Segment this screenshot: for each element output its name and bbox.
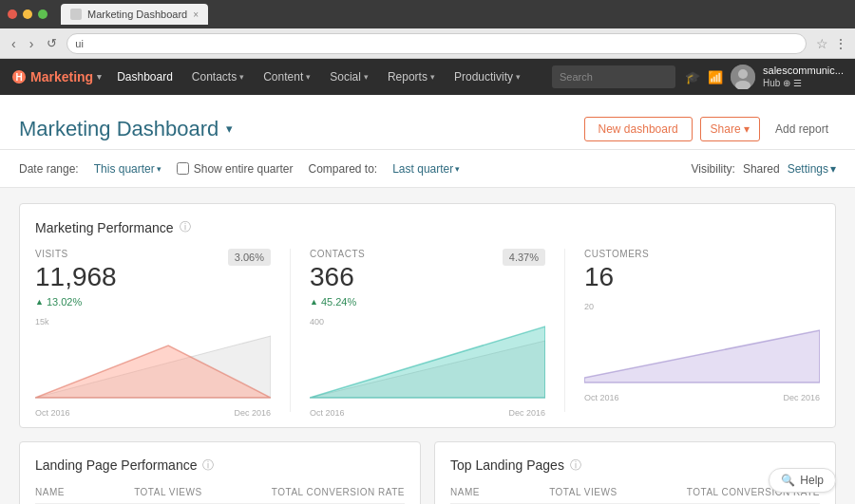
show-entire-checkbox-input[interactable] — [177, 162, 189, 175]
browser-dot-green[interactable] — [38, 9, 48, 19]
nav-item-contacts[interactable]: Contacts ▾ — [182, 59, 254, 95]
nav-content-arrow: ▾ — [306, 72, 311, 82]
nav-search-input[interactable] — [552, 65, 675, 88]
card-title: Marketing Performance — [35, 220, 174, 235]
page-title-dropdown-icon[interactable]: ▾ — [226, 121, 233, 136]
share-button[interactable]: Share ▾ — [700, 117, 760, 141]
compared-value: Last quarter — [392, 162, 453, 176]
contacts-x-end: Dec 2016 — [508, 408, 545, 418]
metrics-row: VISITS 11,968 13.02% 3.06% 15k Oct 2016 … — [35, 249, 820, 412]
main-content: Marketing Performance ⓘ VISITS 11,968 13… — [0, 188, 855, 504]
landing-page-title-row: Landing Page Performance ⓘ — [35, 457, 405, 474]
nav-item-reports[interactable]: Reports ▾ — [378, 59, 445, 95]
compared-label: Compared to: — [308, 162, 377, 176]
visits-y-label: 15k — [35, 317, 49, 327]
address-bar[interactable]: ui — [66, 33, 807, 54]
contacts-x-labels: Oct 2016 Dec 2016 — [310, 408, 545, 418]
browser-menu-icon[interactable]: ⋮ — [834, 36, 847, 51]
customers-chart-svg — [584, 302, 820, 387]
back-button[interactable]: ‹ — [8, 34, 20, 53]
nav-contacts-arrow: ▾ — [239, 72, 244, 82]
help-label: Help — [800, 474, 824, 487]
customers-x-labels: Oct 2016 Dec 2016 — [584, 393, 820, 402]
page-title-row: Marketing Dashboard ▾ — [19, 117, 233, 141]
compared-to-select[interactable]: Last quarter ▾ — [392, 162, 460, 176]
browser-dot-red[interactable] — [8, 9, 17, 19]
hubspot-logo[interactable]: H Marketing ▾ — [11, 69, 102, 84]
visits-x-start: Oct 2016 — [35, 408, 70, 418]
settings-label: Settings — [788, 162, 828, 176]
contacts-y-label: 400 — [310, 317, 324, 327]
landing-page-info-icon[interactable]: ⓘ — [202, 457, 214, 474]
contacts-chart: 400 Oct 2016 Dec 2016 — [310, 317, 545, 412]
nav-reports-arrow: ▾ — [430, 72, 435, 82]
nav-productivity-arrow: ▾ — [516, 72, 521, 82]
add-report-link[interactable]: Add report — [768, 118, 836, 140]
visits-x-labels: Oct 2016 Dec 2016 — [35, 408, 271, 418]
page-title: Marketing Dashboard — [19, 117, 218, 141]
customers-x-start: Oct 2016 — [584, 393, 619, 402]
settings-button[interactable]: Settings ▾ — [788, 162, 836, 176]
browser-dot-yellow[interactable] — [23, 9, 32, 19]
help-icon[interactable]: 📶 — [708, 70, 723, 84]
browser-tab[interactable]: Marketing Dashboard × — [61, 4, 208, 25]
page-header: Marketing Dashboard ▾ New dashboard Shar… — [0, 95, 855, 150]
user-avatar[interactable] — [731, 65, 755, 89]
customers-chart: 20 Oct 2016 Dec 2016 — [584, 302, 820, 397]
bookmark-icon[interactable]: ☆ — [816, 36, 828, 51]
help-search-icon: 🔍 — [781, 474, 795, 487]
visibility-value: Shared — [743, 162, 780, 176]
top-landing-col-name: NAME — [450, 487, 480, 497]
date-range-value: This quarter — [94, 162, 155, 176]
nav-item-content[interactable]: Content ▾ — [254, 59, 320, 95]
nav-search-area — [552, 65, 675, 88]
landing-page-title: Landing Page Performance — [35, 457, 197, 473]
nav-item-dashboard[interactable]: Dashboard — [107, 59, 182, 95]
visits-comparison: 3.06% — [228, 249, 271, 266]
nav-item-social[interactable]: Social ▾ — [320, 59, 378, 95]
show-entire-quarter-checkbox[interactable]: Show entire quarter — [177, 162, 294, 176]
top-landing-col-views: TOTAL VIEWS — [549, 487, 617, 497]
nav-item-social-label: Social — [330, 70, 361, 84]
customers-x-end: Dec 2016 — [783, 393, 820, 402]
tab-close-button[interactable]: × — [193, 9, 199, 20]
card-title-row: Marketing Performance ⓘ — [35, 219, 820, 235]
logo-text: Marketing — [30, 69, 93, 84]
top-landing-table-header: NAME TOTAL VIEWS TOTAL CONVERSION RATE — [450, 487, 820, 504]
user-info[interactable]: salescommunic... Hub ⊕ ☰ — [763, 65, 844, 88]
nav-item-dashboard-label: Dashboard — [117, 70, 173, 84]
contacts-x-start: Oct 2016 — [310, 408, 345, 418]
nav-item-productivity[interactable]: Productivity ▾ — [445, 59, 530, 95]
compared-arrow: ▾ — [455, 164, 460, 174]
forward-button[interactable]: › — [26, 34, 38, 53]
visits-x-end: Dec 2016 — [234, 408, 271, 418]
notifications-icon[interactable]: 🎓 — [685, 70, 700, 84]
visits-chart-svg — [35, 317, 271, 402]
help-button[interactable]: 🔍 Help — [769, 468, 836, 493]
nav-icons-area: 🎓 📶 salescommunic... Hub ⊕ ☰ — [685, 65, 844, 89]
top-landing-info-icon[interactable]: ⓘ — [570, 457, 581, 474]
marketing-performance-card: Marketing Performance ⓘ VISITS 11,968 13… — [19, 203, 836, 428]
info-icon[interactable]: ⓘ — [180, 219, 191, 235]
tab-title: Marketing Dashboard — [87, 9, 187, 20]
new-dashboard-button[interactable]: New dashboard — [584, 117, 693, 141]
date-range-label: Date range: — [19, 162, 79, 176]
filter-right-section: Visibility: Shared Settings ▾ — [691, 162, 836, 176]
landing-page-performance-card: Landing Page Performance ⓘ NAME TOTAL VI… — [19, 441, 421, 504]
user-name: salescommunic... — [763, 65, 844, 77]
nav-item-productivity-label: Productivity — [454, 70, 513, 84]
nav-item-content-label: Content — [263, 70, 303, 84]
logo-arrow: ▾ — [97, 72, 102, 82]
main-navigation: H Marketing ▾ Dashboard Contacts ▾ Conte… — [0, 59, 855, 95]
top-landing-title-row: Top Landing Pages ⓘ — [450, 457, 820, 474]
filter-bar: Date range: This quarter ▾ Show entire q… — [0, 150, 855, 188]
landing-page-table-header: NAME TOTAL VIEWS TOTAL CONVERSION RATE — [35, 487, 405, 504]
date-range-select[interactable]: This quarter ▾ — [94, 162, 162, 176]
contacts-change: 45.24% — [310, 296, 545, 308]
show-entire-label: Show entire quarter — [194, 162, 294, 176]
visits-change: 13.02% — [35, 296, 271, 308]
visits-metric: VISITS 11,968 13.02% 3.06% 15k Oct 2016 … — [35, 249, 290, 412]
refresh-button[interactable]: ↺ — [43, 34, 61, 52]
top-landing-title: Top Landing Pages — [450, 457, 564, 473]
contacts-value: 366 — [310, 263, 545, 292]
